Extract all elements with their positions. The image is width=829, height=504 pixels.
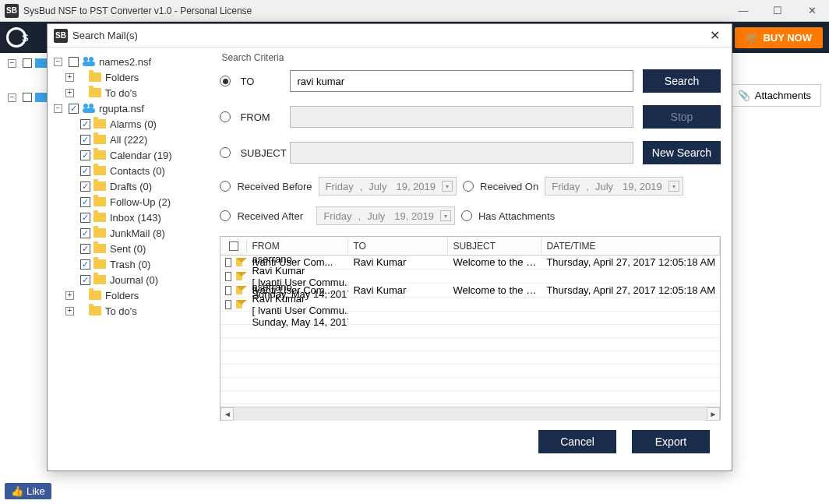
tree-label: Folders [105,290,139,301]
maximize-button[interactable]: ☐ [760,0,795,22]
expand-toggle[interactable]: − [54,58,62,66]
tree-checkbox[interactable]: ✓ [80,228,90,238]
received-after-date[interactable]: Friday, July 19, 2019 ▾ [316,206,454,225]
tree-node[interactable]: ✓Journal (0) [54,272,206,287]
chevron-down-icon[interactable]: ▾ [442,181,453,192]
tree-checkbox[interactable]: ✓ [80,213,90,223]
tree-node[interactable]: ✓All (222) [54,132,206,147]
col-from[interactable]: FROM [247,238,348,254]
table-row[interactable]: aserranoRavi Kumar[ Ivanti User Commu...… [220,298,720,312]
tree-label: names2.nsf [99,56,151,68]
tree-label: Folders [105,72,139,83]
row-checkbox[interactable] [225,286,231,295]
tree-node[interactable]: ✓JunkMail (8) [54,225,206,241]
tree-checkbox[interactable]: ✓ [80,182,90,192]
results-rows[interactable]: Ivanti User Com...Ravi KumarWelcome to t… [220,256,720,407]
new-search-button[interactable]: New Search [643,141,721,164]
tree-node[interactable]: +To do's [54,85,206,100]
received-on-date[interactable]: Friday, July 19, 2019 ▾ [545,177,683,196]
tree-checkbox[interactable]: ✓ [80,275,90,285]
svg-point-3 [83,104,88,108]
received-after-radio[interactable] [220,210,231,221]
tree-node[interactable]: ✓Alarms (0) [54,116,206,132]
col-datetime[interactable]: DATE/TIME [541,238,720,254]
tree-node[interactable]: ✓Follow-Up (2) [54,194,206,210]
cancel-button[interactable]: Cancel [538,430,616,453]
col-subject[interactable]: SUBJECT [448,238,541,254]
search-criteria-panel: Search Criteria TO Search FROM Stop SUBJ… [209,48,732,471]
app-logo-icon: SB [5,4,19,18]
tree-checkbox[interactable]: ✓ [80,135,90,145]
cell-from: aserranoRavi Kumar[ Ivanti User Commu...… [247,281,348,328]
tree-node[interactable]: ✓Trash (0) [54,256,206,272]
attachments-tab[interactable]: 📎 Attachments [728,84,821,107]
received-on-label: Received On [480,181,538,192]
tree-node[interactable]: +Folders [54,287,206,303]
dialog-close-button[interactable]: ✕ [704,25,725,47]
to-radio[interactable] [220,76,231,86]
expand-toggle[interactable]: + [65,89,74,97]
people-icon [82,56,96,67]
expand-toggle[interactable]: + [65,291,74,300]
tree-checkbox[interactable]: ✓ [80,166,90,176]
tree-checkbox[interactable]: ✓ [80,197,90,207]
scroll-track[interactable] [234,407,707,421]
subject-radio[interactable] [220,147,231,158]
to-input[interactable] [290,70,633,92]
tree-node[interactable]: ✓Drafts (0) [54,178,206,194]
stop-button[interactable]: Stop [643,105,721,129]
app-title: SysBud NSF to PST Converter v1.0 - Perso… [23,5,252,16]
tree-node[interactable]: ✓Inbox (143) [54,210,206,225]
row-checkbox[interactable] [225,272,231,281]
tree-checkbox[interactable]: ✓ [80,244,90,254]
tree-checkbox[interactable]: ✓ [80,150,90,160]
received-before-label: Received Before [237,181,312,192]
tree-node[interactable]: +Folders [54,69,206,85]
close-button[interactable]: ✕ [795,0,829,22]
expand-toggle[interactable]: + [65,307,74,315]
tree-checkbox[interactable]: ✓ [80,119,90,129]
received-on-radio[interactable] [463,181,474,192]
from-input[interactable] [290,106,633,128]
chevron-down-icon[interactable]: ▾ [440,210,451,221]
tree-node[interactable]: ✓Calendar (19) [54,147,206,163]
cell-to: Ravi Kumar [348,284,448,296]
horizontal-scrollbar[interactable]: ◄ ► [220,407,720,420]
tree-node[interactable]: +To do's [54,303,206,319]
facebook-like-button[interactable]: 👍 Like [5,483,51,499]
export-button[interactable]: Export [632,430,710,453]
col-to[interactable]: TO [348,238,448,254]
row-checkbox[interactable] [225,258,231,267]
mail-icon [236,258,242,266]
tree-checkbox[interactable]: ✓ [80,259,90,270]
cell-datetime: Sunday, May 14, 2017 6:24:43 PM [252,316,344,328]
scroll-left-button[interactable]: ◄ [220,407,234,421]
received-before-radio[interactable] [220,181,231,192]
subject-input[interactable] [290,142,633,164]
from-radio[interactable] [220,111,231,122]
dialog-titlebar: SB Search Mail(s) ✕ [48,24,732,48]
expand-toggle[interactable]: + [65,73,74,82]
buy-now-button[interactable]: 🛒 BUY NOW [735,27,823,48]
tree-node-names2[interactable]: − names2.nsf [54,54,206,69]
scroll-right-button[interactable]: ► [707,407,720,421]
tree-node-rgupta[interactable]: − ✓ rgupta.nsf [54,100,206,116]
expand-toggle[interactable]: − [54,104,62,113]
tree-node[interactable]: ✓Contacts (0) [54,163,206,178]
received-before-date[interactable]: Friday, July 19, 2019 ▾ [319,177,457,196]
tree-node[interactable]: ✓Sent (0) [54,241,206,256]
minimize-button[interactable]: — [726,0,760,22]
cell-to: Ravi Kumar [252,293,348,305]
tree-checkbox[interactable]: ✓ [69,104,79,114]
select-all-checkbox[interactable] [229,241,238,251]
folder-icon [89,88,101,97]
row-checkbox[interactable] [225,300,231,309]
tree-checkbox[interactable] [69,57,79,67]
search-button[interactable]: Search [643,69,721,93]
has-attachments-radio[interactable] [461,210,472,221]
results-header: FROM TO SUBJECT DATE/TIME [220,237,720,256]
folder-icon [93,119,106,129]
chevron-down-icon[interactable]: ▾ [668,181,679,192]
cell-datetime: Thursday, April 27, 2017 12:05:18 AM [541,256,720,268]
mailbox-tree[interactable]: − names2.nsf +Folders+To do's − ✓ rgupta… [48,48,209,471]
